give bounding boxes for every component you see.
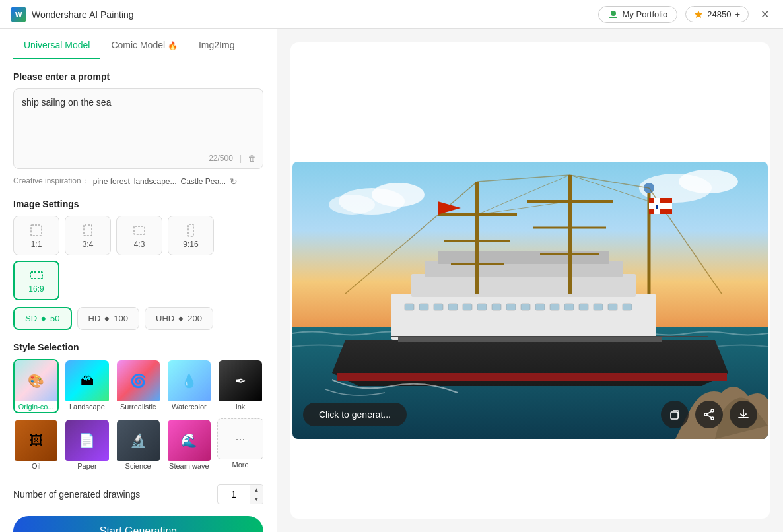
style-name-watercolor: Watercolor — [172, 403, 207, 412]
fire-icon: 🔥 — [168, 41, 178, 50]
svg-rect-46 — [434, 304, 443, 310]
style-origin[interactable]: 🎨 Origin-co... — [13, 359, 59, 413]
ratio-9-16[interactable]: 9:16 — [168, 216, 214, 255]
more-label: More — [232, 461, 248, 470]
share-action-button[interactable] — [695, 401, 723, 428]
tab-universal-model[interactable]: Universal Model — [13, 32, 100, 59]
style-section-label: Style Selection — [13, 342, 263, 352]
quality-hd[interactable]: HD ◆ 100 — [77, 307, 139, 330]
style-thumb-landscape: 🏔 — [64, 360, 110, 401]
style-watercolor[interactable]: 💧 Watercolor — [166, 359, 212, 413]
ratio-3-4[interactable]: 3:4 — [65, 216, 111, 255]
svg-rect-41 — [649, 203, 672, 209]
style-thumb-oil: 🖼 — [13, 420, 59, 461]
quality-uhd[interactable]: UHD ◆ 200 — [145, 307, 213, 330]
generated-image: Click to generat... — [292, 162, 768, 439]
ratio-label-4-3: 4:3 — [134, 240, 145, 249]
refresh-icon[interactable]: ↻ — [230, 176, 238, 187]
svg-rect-55 — [564, 304, 574, 310]
svg-point-11 — [372, 183, 425, 207]
prompt-textarea[interactable]: ship sailng on the sea — [14, 89, 263, 149]
drawings-input-wrap: ▲ ▼ — [217, 484, 263, 504]
style-thumb-watercolor: 💧 — [166, 360, 212, 401]
svg-rect-43 — [656, 205, 658, 209]
image-overlay: Click to generat... — [292, 401, 768, 428]
svg-point-63 — [704, 413, 707, 416]
svg-rect-53 — [535, 304, 545, 310]
ratio-1-1[interactable]: 1:1 — [13, 216, 59, 255]
titlebar-right: My Portfolio 24850 + ✕ — [598, 6, 772, 23]
style-steamwave[interactable]: 🌊 Steam wave — [166, 418, 212, 473]
style-science[interactable]: 🔬 Science — [116, 418, 161, 473]
ratio-label-3-4: 3:4 — [83, 240, 94, 249]
style-thumb-surrealistic: 🌀 — [116, 360, 161, 401]
svg-text:W: W — [15, 11, 22, 18]
style-thumb-origin: 🎨 — [13, 360, 59, 401]
svg-rect-19 — [438, 251, 609, 264]
ratio-grid: 1:1 3:4 4:3 — [13, 216, 263, 300]
generate-overlay-button[interactable]: Click to generat... — [303, 403, 407, 426]
style-paper[interactable]: 📄 Paper — [64, 418, 110, 473]
svg-rect-16 — [392, 294, 656, 340]
copy-action-button[interactable] — [661, 401, 689, 428]
left-panel: Universal Model Comic Model 🔥 Img2Img Pl… — [0, 29, 277, 532]
creative-tag-1[interactable]: landscape... — [134, 177, 177, 186]
creative-tag-2[interactable]: Castle Pea... — [180, 177, 226, 186]
style-name-ink: Ink — [236, 403, 246, 412]
credits-button[interactable]: 24850 + — [685, 6, 749, 22]
style-name-paper: Paper — [77, 462, 96, 471]
tabs-bar: Universal Model Comic Model 🔥 Img2Img — [13, 29, 263, 59]
style-ink[interactable]: ✒ Ink — [217, 359, 263, 413]
ratio-4-3[interactable]: 4:3 — [116, 216, 162, 255]
svg-rect-60 — [337, 373, 727, 381]
style-oil[interactable]: 🖼 Oil — [13, 418, 59, 473]
ratio-label-9-16: 9:16 — [183, 240, 198, 249]
svg-rect-8 — [30, 272, 42, 279]
prompt-box: ship sailng on the sea 22/500 | 🗑 — [13, 88, 263, 169]
quality-sd[interactable]: SD ◆ 50 — [13, 307, 72, 330]
style-selection-section: Style Selection 🎨 Origin-co... 🏔 Landsca — [13, 342, 263, 473]
drawings-down-arrow[interactable]: ▼ — [250, 494, 263, 504]
start-generating-button[interactable]: Start Generating — [13, 516, 263, 532]
style-name-surrealistic: Surrealistic — [120, 403, 156, 412]
svg-rect-56 — [579, 304, 588, 310]
svg-line-65 — [707, 412, 711, 415]
drawings-up-arrow[interactable]: ▲ — [250, 485, 263, 494]
svg-rect-6 — [134, 226, 145, 234]
download-icon — [737, 408, 750, 421]
svg-point-62 — [711, 409, 714, 412]
style-name-science: Science — [125, 462, 151, 471]
style-thumb-science: 🔬 — [116, 420, 161, 461]
drawings-input[interactable] — [218, 486, 250, 502]
download-action-button[interactable] — [730, 401, 757, 428]
portfolio-icon — [608, 9, 619, 20]
ship-scene-svg — [292, 162, 768, 439]
svg-rect-61 — [671, 412, 678, 419]
diamond-icon-hd: ◆ — [104, 315, 110, 322]
drawings-label: Number of generated drawings — [13, 489, 140, 500]
diamond-icon-uhd: ◆ — [178, 315, 184, 322]
image-settings-label: Image Settings — [13, 199, 263, 209]
style-more-container: ··· More — [217, 418, 263, 473]
svg-rect-45 — [419, 304, 428, 310]
style-more-button[interactable]: ··· — [217, 418, 263, 459]
right-panel: Click to generat... — [277, 29, 783, 532]
creative-tag-0[interactable]: pine forest — [93, 177, 130, 186]
svg-rect-49 — [477, 304, 487, 310]
portfolio-button[interactable]: My Portfolio — [598, 6, 678, 23]
ratio-16-9[interactable]: 16:9 — [13, 261, 59, 300]
style-name-oil: Oil — [32, 462, 40, 471]
style-surrealistic[interactable]: 🌀 Surrealistic — [116, 359, 161, 413]
copy-icon — [668, 408, 681, 421]
svg-rect-52 — [521, 304, 530, 310]
svg-point-12 — [329, 195, 375, 215]
tab-comic-model[interactable]: Comic Model 🔥 — [100, 32, 188, 59]
prompt-delete-icon[interactable]: 🗑 — [248, 154, 256, 163]
tab-img2img[interactable]: Img2Img — [188, 32, 245, 59]
svg-point-14 — [679, 170, 738, 193]
svg-rect-58 — [608, 304, 617, 310]
style-landscape[interactable]: 🏔 Landscape — [64, 359, 110, 413]
style-grid: 🎨 Origin-co... 🏔 Landscape 🌀 — [13, 359, 263, 473]
close-button[interactable]: ✕ — [757, 7, 772, 22]
canvas-area: Click to generat... — [290, 42, 770, 519]
